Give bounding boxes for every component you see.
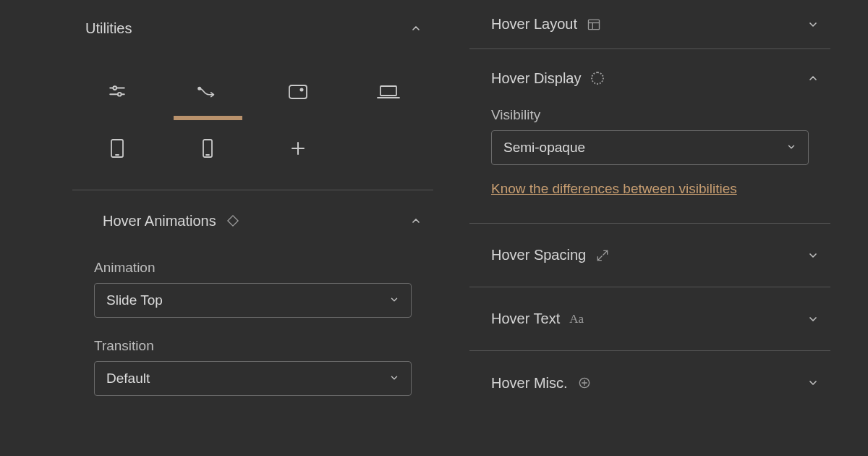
svg-rect-16: [588, 20, 599, 29]
motion-path-icon[interactable]: [163, 64, 253, 120]
chevron-down-icon: [803, 245, 823, 266]
tablet-icon[interactable]: [72, 120, 163, 177]
add-icon[interactable]: [253, 120, 344, 177]
section-hover-text[interactable]: Hover Text Aa: [469, 287, 830, 351]
transition-value: Default: [106, 371, 150, 387]
utilities-icon-grid: [72, 49, 433, 190]
visibility-help-link[interactable]: Know the differences between visibilitie…: [491, 181, 737, 197]
chevron-down-icon: [803, 309, 823, 329]
typography-icon: Aa: [569, 311, 584, 327]
hover-display-title: Hover Display: [491, 70, 581, 87]
section-hover-display[interactable]: Hover Display: [469, 49, 830, 107]
visibility-label: Visibility: [491, 107, 809, 123]
utilities-title: Utilities: [85, 20, 132, 37]
chevron-down-icon: [389, 292, 399, 308]
chevron-down-icon: [389, 371, 399, 387]
visibility-value: Semi-opaque: [503, 140, 585, 156]
hover-misc-title: Hover Misc.: [491, 375, 568, 392]
section-hover-layout[interactable]: Hover Layout: [469, 0, 830, 49]
section-hover-spacing[interactable]: Hover Spacing: [469, 224, 830, 287]
phone-icon[interactable]: [163, 120, 253, 177]
animation-label: Animation: [94, 260, 412, 276]
plus-circle-icon: [576, 375, 592, 391]
diamond-icon: [225, 213, 241, 229]
chevron-up-icon: [406, 18, 426, 38]
transition-select[interactable]: Default: [94, 361, 412, 396]
chevron-down-icon: [803, 373, 823, 393]
svg-line-19: [603, 250, 608, 255]
settings-sliders-icon[interactable]: [72, 64, 163, 120]
svg-rect-15: [228, 216, 238, 226]
svg-point-6: [300, 88, 302, 90]
svg-point-1: [114, 86, 117, 90]
section-hover-animations[interactable]: Hover Animations: [72, 195, 433, 247]
chevron-up-icon: [406, 211, 426, 231]
hover-animations-title: Hover Animations: [103, 213, 216, 229]
hover-layout-title: Hover Layout: [491, 16, 577, 33]
transition-label: Transition: [94, 338, 412, 354]
laptop-icon[interactable]: [343, 64, 433, 120]
aspect-ratio-icon[interactable]: [253, 64, 344, 120]
visibility-select[interactable]: Semi-opaque: [491, 130, 809, 165]
section-utilities[interactable]: Utilities: [72, 0, 433, 49]
svg-point-4: [198, 88, 200, 90]
empty-cell: [343, 120, 433, 177]
section-hover-misc[interactable]: Hover Misc.: [469, 351, 830, 415]
svg-line-20: [598, 256, 603, 260]
hover-text-title: Hover Text: [491, 311, 560, 327]
svg-point-3: [118, 93, 122, 96]
loading-dotted-icon: [590, 70, 605, 86]
layout-icon: [586, 17, 602, 33]
animation-select[interactable]: Slide Top: [94, 283, 412, 318]
chevron-down-icon: [786, 140, 796, 156]
hover-spacing-title: Hover Spacing: [491, 247, 586, 263]
expand-arrows-icon: [595, 248, 610, 263]
chevron-down-icon: [803, 14, 823, 35]
svg-rect-7: [380, 86, 396, 96]
animation-value: Slide Top: [106, 292, 163, 308]
svg-rect-5: [289, 85, 307, 98]
chevron-up-icon: [803, 68, 823, 88]
